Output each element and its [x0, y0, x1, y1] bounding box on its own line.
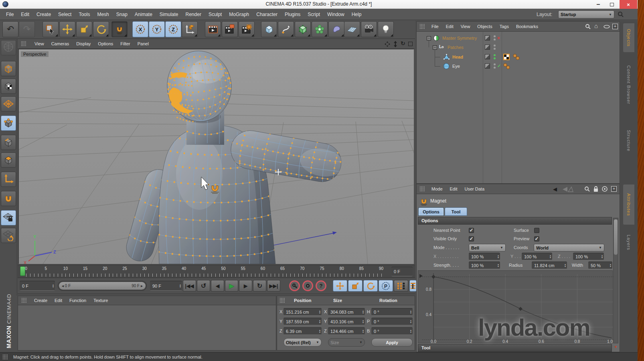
y-strength-field[interactable]: 100 % [522, 253, 552, 260]
tab-layers[interactable]: Layers [623, 227, 634, 259]
undo-button[interactable]: ↶ [2, 21, 18, 37]
lock-y-axis-button[interactable]: Y [149, 21, 165, 37]
workplane-mode-button[interactable] [1, 96, 16, 112]
strength-field[interactable]: 100 % [469, 262, 500, 269]
disabled-mark-icon[interactable]: × [497, 35, 500, 41]
redo-button[interactable]: ↷ [19, 21, 35, 37]
om-menu-edit[interactable]: Edit [442, 24, 457, 29]
polygons-mode-button[interactable] [1, 152, 16, 168]
current-frame-field[interactable]: 0 F [20, 281, 55, 291]
position-keys-toggle[interactable] [333, 280, 347, 292]
add-cube-button[interactable] [261, 21, 277, 37]
texture-mode-button[interactable] [1, 79, 16, 94]
add-spline-button[interactable] [278, 21, 294, 37]
keyframe-selection-button[interactable]: ? [316, 280, 326, 291]
menu-tools[interactable]: Tools [75, 12, 93, 17]
menu-edit[interactable]: Edit [17, 12, 33, 17]
surface-checkbox[interactable] [534, 228, 539, 233]
close-button[interactable]: × [620, 0, 637, 9]
om-home-icon[interactable]: ⌂ [594, 22, 598, 29]
tab-content-browser[interactable]: Content Browser [623, 54, 634, 115]
visibility-dots[interactable] [494, 35, 496, 41]
menu-help[interactable]: Help [348, 12, 365, 17]
width-field[interactable]: 50 % [588, 262, 612, 269]
menu-plugins[interactable]: Plugins [281, 12, 304, 17]
viewport-menu-cameras[interactable]: Cameras [48, 41, 73, 46]
tab-attributes[interactable]: Attributes [623, 185, 634, 225]
minimize-button[interactable]: – [592, 0, 604, 9]
coordinate-system-button[interactable] [182, 21, 198, 37]
points-mode-button[interactable] [1, 116, 16, 131]
object-row-eye[interactable]: Eye ✓ [417, 62, 620, 71]
om-menu-file[interactable]: File [428, 24, 442, 29]
material-menu-texture[interactable]: Texture [90, 298, 111, 303]
panel-grip[interactable] [21, 41, 26, 47]
visibility-dots[interactable] [494, 54, 496, 59]
next-frame-button[interactable]: ▶ [239, 280, 252, 292]
menu-character[interactable]: Character [253, 12, 281, 17]
move-button[interactable] [59, 21, 75, 37]
position-z-field[interactable]: 6.39 cm [284, 327, 322, 335]
am-menu-edit[interactable]: Edit [446, 187, 461, 191]
size-x-field[interactable]: 304.083 cm [328, 308, 365, 316]
lock-z-axis-button[interactable]: Z [165, 21, 181, 37]
lock-icon[interactable] [593, 186, 599, 192]
am-add-view-icon[interactable]: + [611, 186, 617, 192]
viewport-3d-view[interactable]: Y Z X Perspective [18, 49, 413, 264]
size-y-field[interactable]: 410.106 cm [328, 318, 365, 325]
frame-range-slider[interactable]: ◂ 0 F 90 F ▸ [58, 281, 147, 291]
texture-tag-icon[interactable] [503, 54, 510, 60]
point-level-animation-toggle[interactable] [394, 280, 408, 292]
convert-sculpt-button[interactable] [1, 40, 16, 55]
go-to-end-button[interactable]: ▶▶| [267, 280, 280, 292]
panel-grip[interactable] [279, 298, 285, 303]
material-menu-edit[interactable]: Edit [51, 298, 66, 303]
point-selection-tag-icon[interactable] [513, 54, 520, 60]
tab-options[interactable]: Options [418, 207, 444, 216]
parameter-keys-toggle[interactable]: P [379, 280, 393, 292]
rotation-h-field[interactable]: 0 ° [371, 308, 413, 316]
visibility-dots[interactable] [494, 45, 496, 50]
size-z-field[interactable]: 124.466 cm [328, 327, 365, 335]
z-strength-field[interactable]: 100 % [573, 253, 604, 260]
search-icon[interactable] [618, 11, 624, 18]
mode-dropdown[interactable]: Bell▼ [469, 244, 506, 251]
live-selection-button[interactable] [43, 21, 59, 37]
object-row-patches[interactable]: − Lo Patches [417, 43, 620, 52]
viewport-label[interactable]: Perspective [21, 51, 49, 57]
play-button[interactable]: ▶ [225, 280, 238, 292]
add-environment-button[interactable] [344, 21, 360, 37]
enabled-check-icon[interactable]: ✓ [497, 63, 501, 69]
options-section-header[interactable]: Options [418, 217, 612, 225]
layout-dropdown[interactable]: Startup▼ [558, 10, 614, 18]
edit-render-settings-button[interactable] [239, 21, 255, 37]
viewport-menu-options[interactable]: Options [94, 41, 117, 46]
position-y-field[interactable]: 187.559 cm [284, 318, 322, 325]
magnet-tool-button[interactable] [111, 21, 128, 37]
frame-indicator-field[interactable]: 0 F [391, 267, 413, 276]
record-active-objects-button[interactable] [289, 280, 300, 291]
attribute-scrollbar[interactable] [613, 218, 618, 343]
snap-magnet-button[interactable] [1, 191, 16, 206]
previous-frame-button[interactable]: ◀ [211, 280, 224, 292]
om-search-icon[interactable] [585, 24, 591, 30]
menu-window[interactable]: Window [324, 12, 348, 17]
coords-dropdown[interactable]: World▼ [534, 244, 604, 251]
pan-view-icon[interactable] [385, 41, 390, 47]
rotation-keys-toggle[interactable] [363, 280, 378, 292]
target-icon[interactable] [601, 186, 608, 192]
layer-color-chip[interactable] [485, 45, 490, 50]
rotate-view-icon[interactable]: ↻ [401, 40, 405, 47]
visibility-dots[interactable] [494, 63, 496, 69]
panel-grip[interactable] [2, 354, 8, 360]
end-frame-field[interactable]: 90 F [150, 281, 182, 291]
timeline-ruler[interactable]: 051015202530354045505560657075808590 0 F [18, 265, 415, 278]
edges-mode-button[interactable] [1, 135, 16, 150]
menu-select[interactable]: Select [55, 12, 75, 17]
panel-grip[interactable] [419, 24, 425, 29]
menu-animate[interactable]: Animate [131, 12, 156, 17]
render-to-picture-viewer-button[interactable] [222, 21, 238, 37]
model-mode-button[interactable] [1, 61, 16, 76]
toggle-views-icon[interactable] [408, 42, 413, 46]
visible-only-checkbox[interactable] [469, 236, 474, 241]
